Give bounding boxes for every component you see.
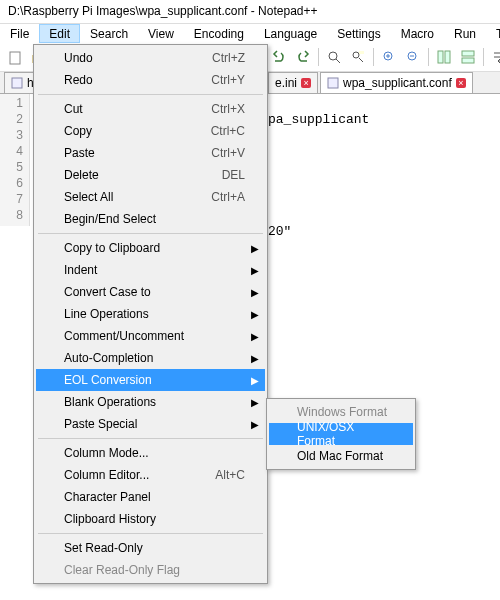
menu-view[interactable]: View <box>138 24 184 43</box>
menu-language[interactable]: Language <box>254 24 327 43</box>
edit-menu-item-clipboard-history[interactable]: Clipboard History <box>36 508 265 530</box>
tab-2[interactable]: wpa_supplicant.conf × <box>320 72 473 93</box>
menu-item-label: Clear Read-Only Flag <box>64 563 245 577</box>
tab-bar-right: e.ini × wpa_supplicant.conf × <box>268 72 475 93</box>
menu-item-label: Column Editor... <box>64 468 185 482</box>
menu-item-label: Old Mac Format <box>297 449 393 463</box>
edit-menu-item-column-editor[interactable]: Column Editor...Alt+C <box>36 464 265 486</box>
edit-menu-item-undo[interactable]: UndoCtrl+Z <box>36 47 265 69</box>
edit-menu-item-comment-uncomment[interactable]: Comment/Uncomment▶ <box>36 325 265 347</box>
submenu-arrow-icon: ▶ <box>251 309 259 320</box>
submenu-arrow-icon: ▶ <box>251 265 259 276</box>
edit-menu-item-delete[interactable]: DeleteDEL <box>36 164 265 186</box>
close-icon[interactable]: × <box>456 78 466 88</box>
new-file-icon[interactable] <box>4 47 26 69</box>
eol-submenu-item-old-mac-format[interactable]: Old Mac Format <box>269 445 413 467</box>
menu-item-label: Comment/Uncomment <box>64 329 245 343</box>
submenu-arrow-icon: ▶ <box>251 331 259 342</box>
menu-item-label: Set Read-Only <box>64 541 245 555</box>
edit-menu: UndoCtrl+ZRedoCtrl+YCutCtrl+XCopyCtrl+CP… <box>33 44 268 584</box>
line-number: 8 <box>0 208 23 224</box>
submenu-arrow-icon: ▶ <box>251 397 259 408</box>
eol-conversion-submenu: Windows FormatUNIX/OSX FormatOld Mac For… <box>266 398 416 470</box>
menu-item-label: Redo <box>64 73 181 87</box>
menu-item-label: Select All <box>64 190 181 204</box>
menu-item-shortcut: Alt+C <box>215 468 245 482</box>
menu-search[interactable]: Search <box>80 24 138 43</box>
eol-submenu-item-unix-osx-format[interactable]: UNIX/OSX Format <box>269 423 413 445</box>
line-number: 2 <box>0 112 23 128</box>
zoom-in-icon[interactable] <box>378 46 400 68</box>
menu-item-shortcut: Ctrl+Y <box>211 73 245 87</box>
submenu-arrow-icon: ▶ <box>251 419 259 430</box>
menu-separator <box>38 233 263 234</box>
edit-menu-item-eol-conversion[interactable]: EOL Conversion▶ <box>36 369 265 391</box>
edit-menu-item-set-read-only[interactable]: Set Read-Only <box>36 537 265 559</box>
menu-separator <box>38 438 263 439</box>
line-number-gutter: 1 2 3 4 5 6 7 8 <box>0 94 30 226</box>
edit-menu-item-copy[interactable]: CopyCtrl+C <box>36 120 265 142</box>
wrap-icon[interactable] <box>488 46 500 68</box>
edit-menu-item-character-panel[interactable]: Character Panel <box>36 486 265 508</box>
menu-item-shortcut: Ctrl+X <box>211 102 245 116</box>
title-bar: D:\Raspberry Pi Images\wpa_supplicant.co… <box>0 0 500 24</box>
edit-menu-item-cut[interactable]: CutCtrl+X <box>36 98 265 120</box>
sync-v-icon[interactable] <box>433 46 455 68</box>
line-number: 7 <box>0 192 23 208</box>
zoom-out-icon[interactable] <box>402 46 424 68</box>
svg-rect-12 <box>438 51 443 63</box>
svg-rect-13 <box>445 51 450 63</box>
svg-rect-6 <box>328 78 338 88</box>
svg-rect-5 <box>12 78 22 88</box>
menu-item-label: Indent <box>64 263 245 277</box>
edit-menu-item-paste-special[interactable]: Paste Special▶ <box>36 413 265 435</box>
edit-menu-item-redo[interactable]: RedoCtrl+Y <box>36 69 265 91</box>
menu-item-label: Copy to Clipboard <box>64 241 245 255</box>
undo-icon[interactable] <box>268 46 290 68</box>
tab-label: wpa_supplicant.conf <box>343 76 452 90</box>
submenu-arrow-icon: ▶ <box>251 353 259 364</box>
menu-item-label: Undo <box>64 51 182 65</box>
file-icon <box>327 77 339 89</box>
edit-menu-item-select-all[interactable]: Select AllCtrl+A <box>36 186 265 208</box>
menu-separator <box>38 533 263 534</box>
menu-item-shortcut: Ctrl+C <box>211 124 245 138</box>
menu-file[interactable]: File <box>0 24 39 43</box>
svg-rect-14 <box>462 51 474 56</box>
tab-1[interactable]: e.ini × <box>268 72 318 93</box>
code-fragment: pa_supplicant <box>268 112 369 127</box>
menu-run[interactable]: Run <box>444 24 486 43</box>
replace-icon[interactable] <box>347 46 369 68</box>
line-number: 1 <box>0 96 23 112</box>
menu-bar: File Edit Search View Encoding Language … <box>0 24 500 44</box>
redo-icon[interactable] <box>292 46 314 68</box>
edit-menu-item-column-mode[interactable]: Column Mode... <box>36 442 265 464</box>
menu-edit[interactable]: Edit <box>39 24 80 43</box>
menu-item-label: Character Panel <box>64 490 245 504</box>
edit-menu-item-paste[interactable]: PasteCtrl+V <box>36 142 265 164</box>
sync-h-icon[interactable] <box>457 46 479 68</box>
menu-encoding[interactable]: Encoding <box>184 24 254 43</box>
edit-menu-item-auto-completion[interactable]: Auto-Completion▶ <box>36 347 265 369</box>
edit-menu-item-convert-case-to[interactable]: Convert Case to▶ <box>36 281 265 303</box>
svg-point-8 <box>353 52 359 58</box>
menu-textfx[interactable]: TextFX <box>486 24 500 43</box>
close-icon[interactable]: × <box>301 78 311 88</box>
edit-menu-item-copy-to-clipboard[interactable]: Copy to Clipboard▶ <box>36 237 265 259</box>
tab-label: e.ini <box>275 76 297 90</box>
menu-item-shortcut: DEL <box>222 168 245 182</box>
edit-menu-item-indent[interactable]: Indent▶ <box>36 259 265 281</box>
submenu-arrow-icon: ▶ <box>251 287 259 298</box>
svg-rect-0 <box>10 52 20 64</box>
toolbar-separator <box>373 48 374 66</box>
edit-menu-item-begin-end-select[interactable]: Begin/End Select <box>36 208 265 230</box>
menu-item-label: Delete <box>64 168 192 182</box>
edit-menu-item-blank-operations[interactable]: Blank Operations▶ <box>36 391 265 413</box>
edit-menu-item-line-operations[interactable]: Line Operations▶ <box>36 303 265 325</box>
submenu-arrow-icon: ▶ <box>251 375 259 386</box>
menu-item-label: EOL Conversion <box>64 373 245 387</box>
menu-settings[interactable]: Settings <box>327 24 390 43</box>
menu-separator <box>38 94 263 95</box>
menu-macro[interactable]: Macro <box>391 24 444 43</box>
find-icon[interactable] <box>323 46 345 68</box>
